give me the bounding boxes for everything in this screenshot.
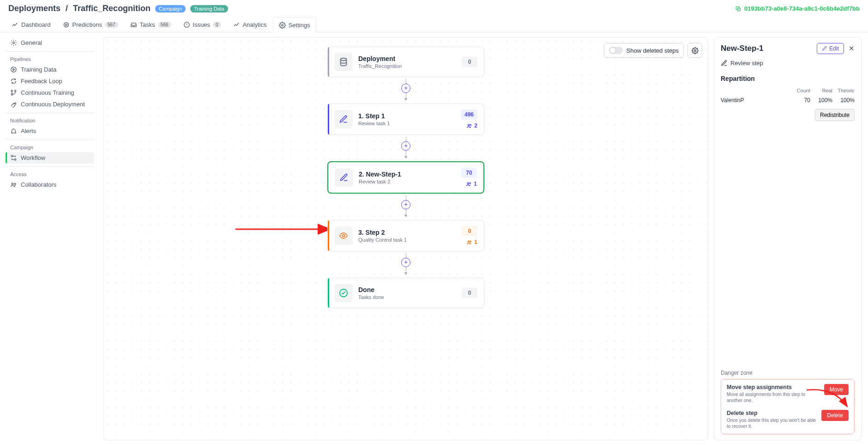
identifier[interactable]: 0193bb73-a0e8-734a-a9c1-0c6b4e2df7bb [735, 5, 860, 12]
sidebar-item-alerts[interactable]: Alerts [6, 125, 94, 137]
edit-icon [335, 168, 353, 187]
svg-point-24 [470, 183, 470, 183]
repartition-row: ValentinP 70 100% 100% [721, 97, 855, 104]
toggle-switch[interactable] [609, 47, 623, 54]
check-circle-icon [334, 284, 353, 302]
node-step-1[interactable]: 1. Step 1 Review task 1 496 2 [327, 104, 484, 135]
target-icon [63, 21, 70, 28]
users-icon [466, 181, 472, 187]
node-subtitle: Quality Control task 1 [358, 237, 462, 243]
delete-desc: Once you delete this step you won't be a… [727, 417, 818, 429]
node-count: 0 [462, 57, 477, 67]
tab-settings[interactable]: Settings [273, 17, 316, 32]
node-people: 1 [466, 181, 477, 187]
sidebar-item-training-data[interactable]: Training Data [6, 64, 94, 75]
node-title: 2. New-Step-1 [359, 171, 461, 178]
tab-issues[interactable]: Issues 0 [177, 17, 227, 32]
badge-campaign: Campaign [155, 5, 186, 12]
node-subtitle: Tasks done [358, 294, 462, 300]
svg-point-10 [11, 94, 12, 95]
node-step-2-selected[interactable]: 2. New-Step-1 Review task 2 70 1 [327, 161, 484, 194]
node-people: 1 [466, 239, 477, 245]
show-deleted-toggle[interactable]: Show deleted steps [604, 43, 684, 58]
canvas-settings-button[interactable] [687, 43, 702, 58]
workflow-icon [10, 154, 17, 161]
breadcrumb-root[interactable]: Deployments [8, 4, 60, 13]
svg-point-11 [15, 90, 16, 91]
node-subtitle: Traffic_Recognition [358, 63, 462, 69]
sidebar-item-continuous-training[interactable]: Continuous Training [6, 87, 94, 98]
workflow-canvas[interactable]: Show deleted steps Deployment Traffic_Re… [103, 37, 708, 440]
close-button[interactable]: ✕ [849, 44, 855, 53]
tab-tasks[interactable]: Tasks 566 [124, 17, 177, 32]
svg-point-26 [468, 241, 470, 242]
svg-point-27 [470, 241, 471, 242]
add-step-button[interactable]: + [401, 200, 410, 209]
tab-tasks-count: 566 [158, 22, 171, 28]
header: Deployments / Traffic_Recognition Campai… [0, 0, 868, 17]
node-subtitle: Review task 1 [358, 121, 461, 126]
add-step-button[interactable]: + [401, 141, 410, 151]
svg-point-14 [15, 159, 16, 160]
pencil-icon [822, 46, 827, 51]
tab-predictions[interactable]: Predictions 567 [57, 17, 124, 32]
tab-analytics[interactable]: Analytics [227, 17, 273, 32]
edit-button[interactable]: Edit [817, 43, 844, 54]
eye-icon [334, 226, 353, 245]
node-title: 3. Step 2 [358, 229, 462, 236]
branch-icon [10, 89, 17, 96]
tab-dashboard[interactable]: Dashboard [6, 17, 57, 32]
chart-icon [12, 21, 18, 28]
node-title: Deployment [358, 55, 462, 62]
svg-point-20 [341, 58, 347, 61]
repartition-heading: Repartition [721, 75, 855, 82]
sidebar-item-feedback-loop[interactable]: Feedback Loop [6, 75, 94, 87]
node-title: 1. Step 1 [358, 112, 461, 120]
tabs: Dashboard Predictions 567 Tasks 566 Issu… [0, 17, 868, 32]
breadcrumb-current[interactable]: Traffic_Recognition [73, 4, 151, 13]
redistribute-button[interactable]: Redistribute [815, 109, 855, 121]
database-icon [334, 53, 353, 71]
svg-point-16 [14, 183, 16, 185]
sidebar-item-general[interactable]: General [6, 37, 94, 49]
node-step-3[interactable]: 3. Step 2 Quality Control task 1 0 1 [327, 220, 484, 251]
add-step-button[interactable]: + [401, 84, 410, 93]
sidebar-heading-notification: Notification [10, 118, 90, 123]
sidebar-item-continuous-deployment[interactable]: Continuous Deployment [6, 98, 94, 110]
node-count: 0 [462, 226, 477, 236]
node-people: 2 [466, 122, 477, 129]
sidebar-item-workflow[interactable]: Workflow [6, 152, 94, 164]
node-done[interactable]: Done Tasks done 0 [327, 278, 484, 308]
svg-point-3 [65, 24, 67, 26]
tab-predictions-count: 567 [105, 22, 118, 28]
users-icon [466, 123, 472, 129]
svg-point-12 [14, 103, 15, 104]
svg-point-17 [694, 49, 696, 51]
tab-issues-count: 0 [213, 22, 221, 28]
sidebar-item-collaborators[interactable]: Collaborators [6, 179, 94, 190]
sidebar-heading-pipelines: Pipelines [10, 56, 90, 62]
svg-point-2 [64, 23, 68, 27]
svg-point-7 [11, 67, 16, 72]
bell-icon [10, 128, 17, 134]
svg-point-13 [11, 155, 12, 157]
svg-point-23 [468, 183, 469, 184]
badge-training: Training Data [190, 5, 228, 12]
danger-zone-heading: Danger zone [721, 370, 855, 376]
edit-icon [334, 110, 353, 128]
node-count: 496 [461, 110, 477, 120]
edit-icon [721, 60, 728, 67]
count-value: 70 [788, 97, 810, 104]
annotation-arrow-icon [802, 386, 853, 414]
add-step-button[interactable]: + [401, 258, 410, 267]
gear-icon [10, 39, 17, 46]
node-deployment[interactable]: Deployment Traffic_Recognition 0 [327, 47, 484, 77]
real-value: 100% [810, 97, 832, 104]
panel-title: New-Step-1 [721, 44, 817, 53]
svg-point-15 [12, 183, 13, 185]
gear-icon [692, 47, 699, 54]
node-title: Done [358, 286, 462, 293]
node-subtitle: Review task 2 [359, 179, 461, 184]
loop-icon [10, 78, 17, 85]
svg-point-25 [343, 235, 345, 237]
